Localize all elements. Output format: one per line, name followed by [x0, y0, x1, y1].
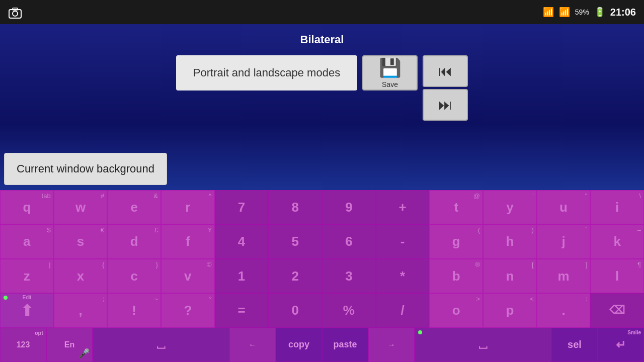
key-y[interactable]: y' — [483, 190, 537, 224]
key-k[interactable]: k– — [590, 224, 644, 258]
portrait-landscape-button[interactable]: Portrait and landscape modes — [176, 55, 357, 90]
key-spacebar-left[interactable]: ⎵ — [93, 328, 229, 362]
key-exclaim[interactable]: !~ — [107, 293, 161, 327]
status-bar: 📶 📶 59% 🔋 21:06 — [0, 0, 644, 24]
key-t[interactable]: t@ — [429, 190, 483, 224]
battery-level: 59% — [575, 8, 589, 16]
camera-icon — [8, 6, 22, 22]
key-r[interactable]: r^ — [161, 190, 215, 224]
key-0[interactable]: 0 — [268, 293, 322, 327]
opt-label: opt — [35, 330, 43, 336]
enter-icon: ↵ — [616, 338, 626, 352]
keyboard-area: qtab w# e& r^ 7 8 9 + t@ y' u" i\ a$ s€ … — [0, 190, 644, 362]
key-w[interactable]: w# — [54, 190, 108, 224]
key-123-label: 123 — [17, 340, 30, 349]
key-m[interactable]: m] — [537, 259, 591, 293]
key-l[interactable]: l¶ — [590, 259, 644, 293]
shift-arrow-icon: ⬆ — [21, 302, 33, 319]
app-title: Bilateral — [300, 33, 344, 46]
skip-icon: ⏭ — [438, 97, 452, 113]
key-sel[interactable]: sel — [551, 328, 598, 362]
key-o[interactable]: o> — [429, 293, 483, 327]
key-question[interactable]: ?° — [161, 293, 215, 327]
keyboard-row-4: Edit ⬆ ,; !~ ?° = 0 % / o> p< .: ⌫ — [0, 293, 644, 327]
key-period[interactable]: .: — [537, 293, 591, 327]
key-3[interactable]: 3 — [322, 259, 376, 293]
key-spacebar-right[interactable]: ⎵ — [415, 328, 551, 362]
key-backspace[interactable]: ⌫ — [590, 293, 644, 327]
key-7[interactable]: 7 — [215, 190, 269, 224]
spacebar-left-icon: ⎵ — [157, 337, 165, 352]
wifi-icon: 📶 — [543, 7, 554, 18]
save-disk-icon: 💾 — [379, 57, 401, 78]
key-2[interactable]: 2 — [268, 259, 322, 293]
key-e[interactable]: e& — [107, 190, 161, 224]
key-n[interactable]: n[ — [483, 259, 537, 293]
save-button-container: 💾 Save — [362, 55, 418, 90]
key-minus[interactable]: - — [376, 224, 430, 258]
key-123[interactable]: 123 opt — [0, 328, 46, 362]
main-area: Bilateral Portrait and landscape modes 💾… — [0, 24, 644, 190]
key-g[interactable]: g( — [429, 224, 483, 258]
rewind-button[interactable]: ⏮ — [423, 55, 468, 87]
signal-icon: 📶 — [559, 7, 570, 18]
svg-point-1 — [13, 11, 18, 16]
smile-label: Smile — [627, 330, 641, 335]
spacebar-dot-indicator — [418, 330, 422, 334]
key-arrow-left[interactable]: ← — [229, 328, 276, 362]
mic-icon: 🎤 — [78, 348, 90, 359]
key-i[interactable]: i\ — [590, 190, 644, 224]
key-lang[interactable]: En 🎤 — [46, 328, 93, 362]
key-slash[interactable]: / — [376, 293, 430, 327]
shift-dot-indicator — [4, 296, 8, 300]
key-percent[interactable]: % — [322, 293, 376, 327]
key-paste[interactable]: paste — [322, 328, 368, 362]
save-label: Save — [382, 80, 398, 88]
key-shift[interactable]: Edit ⬆ — [0, 293, 54, 327]
battery-icon: 🔋 — [594, 7, 605, 18]
key-s[interactable]: s€ — [54, 224, 108, 258]
key-u[interactable]: u" — [537, 190, 591, 224]
key-asterisk[interactable]: * — [376, 259, 430, 293]
key-p[interactable]: p< — [483, 293, 537, 327]
keyboard-row-3: z| x{ c} v© 1 2 3 * b® n[ m] l¶ — [0, 259, 644, 293]
key-v[interactable]: v© — [161, 259, 215, 293]
key-equals[interactable]: = — [215, 293, 269, 327]
key-1[interactable]: 1 — [215, 259, 269, 293]
rewind-icon: ⏮ — [438, 63, 452, 79]
key-8[interactable]: 8 — [268, 190, 322, 224]
key-4[interactable]: 4 — [215, 224, 269, 258]
key-f[interactable]: f¥ — [161, 224, 215, 258]
key-z[interactable]: z| — [0, 259, 54, 293]
key-j[interactable]: j` — [537, 224, 591, 258]
key-q[interactable]: qtab — [0, 190, 54, 224]
keyboard-row-2: a$ s€ d£ f¥ 4 5 6 - g( h) j` k– — [0, 224, 644, 258]
controls-row: Portrait and landscape modes 💾 Save ⏮ ⏭ — [0, 55, 644, 121]
key-enter[interactable]: ↵ Smile — [598, 328, 644, 362]
keyboard-row-1: qtab w# e& r^ 7 8 9 + t@ y' u" i\ — [0, 190, 644, 224]
key-9[interactable]: 9 — [322, 190, 376, 224]
status-time: 21:06 — [610, 7, 636, 18]
key-copy[interactable]: copy — [276, 328, 322, 362]
current-window-background-label: Current window background — [4, 153, 167, 185]
save-button[interactable]: 💾 Save — [362, 55, 418, 90]
key-5[interactable]: 5 — [268, 224, 322, 258]
key-d[interactable]: d£ — [107, 224, 161, 258]
edit-label: Edit — [23, 295, 31, 300]
skip-button[interactable]: ⏭ — [423, 89, 468, 121]
key-6[interactable]: 6 — [322, 224, 376, 258]
key-arrow-right[interactable]: → — [368, 328, 415, 362]
key-h[interactable]: h) — [483, 224, 537, 258]
spacebar-right-icon: ⎵ — [479, 337, 487, 352]
key-x[interactable]: x{ — [54, 259, 108, 293]
keyboard-row-5: 123 opt En 🎤 ⎵ ← copy paste → ⎵ sel ↵ Sm… — [0, 328, 644, 362]
key-b[interactable]: b® — [429, 259, 483, 293]
key-c[interactable]: c} — [107, 259, 161, 293]
key-plus[interactable]: + — [376, 190, 430, 224]
key-comma[interactable]: ,; — [54, 293, 108, 327]
key-a[interactable]: a$ — [0, 224, 54, 258]
nav-buttons: ⏮ ⏭ — [423, 55, 468, 121]
